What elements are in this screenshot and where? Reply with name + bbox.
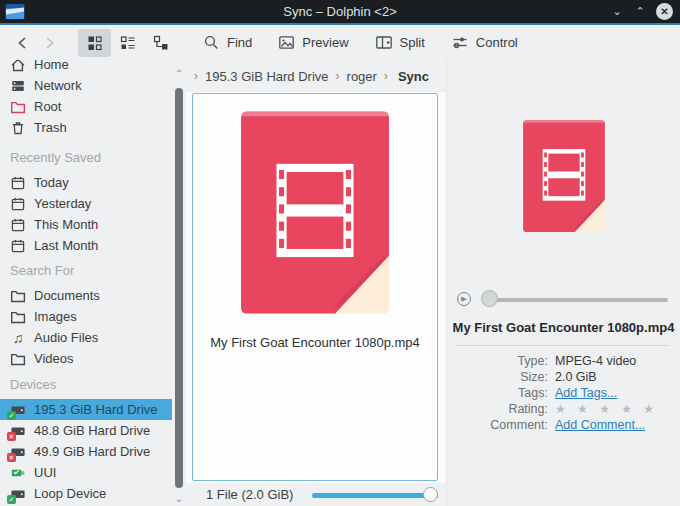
sidebar-item-label: 49.9 GiB Hard Drive [34, 444, 150, 459]
zoom-slider-handle[interactable] [423, 487, 438, 502]
sidebar-item-label: 48.8 GiB Hard Drive [34, 423, 150, 438]
window-title: Sync – Dolphin <2> [0, 4, 680, 19]
sidebar-item-label: Last Month [34, 238, 98, 253]
details-view-icon [152, 34, 170, 52]
meta-label: Rating: [447, 403, 555, 415]
sidebar-item-videos[interactable]: Videos [0, 348, 172, 369]
preview-button[interactable]: Preview [278, 34, 348, 51]
meta-value: 2.0 GiB [555, 371, 597, 383]
hard-drive-icon: ✓ [10, 402, 26, 418]
information-panel: ▶ My First Goat Encounter 1080p.mp4 Type… [446, 60, 680, 506]
sidebar-item-label: 195.3 GiB Hard Drive [34, 402, 158, 417]
section-header-devices: Devices [0, 374, 172, 395]
file-item-selected[interactable]: My First Goat Encounter 1080p.mp4 [192, 93, 438, 481]
minimize-button[interactable]: ⌄ [610, 5, 624, 19]
details-view-button[interactable] [144, 29, 177, 57]
calendar-icon [10, 238, 26, 254]
zoom-slider-track[interactable] [312, 493, 438, 498]
meta-row-rating: Rating: ★ ★ ★ ★ ★ [447, 403, 672, 415]
sidebar-item-loop-device[interactable]: ✓ Loop Device [0, 483, 172, 504]
section-header-recently-saved: Recently Saved [0, 147, 172, 168]
zoom-slider[interactable] [312, 487, 438, 503]
places-panel: Home Network Root Trash Recently Saved T… [0, 60, 172, 506]
seek-slider-handle[interactable] [481, 290, 498, 307]
sidebar-item-label: Images [34, 309, 77, 324]
hard-drive-icon: ✕ [10, 423, 26, 439]
icons-view-button[interactable] [78, 29, 111, 57]
scroll-down-icon[interactable]: ⌄ [172, 493, 186, 504]
sidebar-item-label: Network [34, 78, 82, 93]
file-list-viewport[interactable]: My First Goat Encounter 1080p.mp4 [186, 92, 446, 483]
sidebar-item-488-gib-hard-drive[interactable]: ✕ 48.8 GiB Hard Drive [0, 420, 172, 441]
chevron-right-icon: › [194, 69, 198, 83]
sidebar-item-this-month[interactable]: This Month [0, 214, 172, 235]
find-button[interactable]: Find [203, 34, 252, 51]
sidebar-item-uui[interactable]: UUI [0, 462, 172, 483]
media-player-controls: ▶ [457, 290, 668, 308]
forward-arrow-icon [41, 35, 57, 51]
preview-label: Preview [302, 35, 348, 50]
titlebar: Sync – Dolphin <2> ⌄ ⌃ ✕ [0, 0, 680, 23]
sidebar-item-label: Today [34, 175, 69, 190]
meta-label: Comment: [447, 419, 555, 431]
seek-slider-track[interactable] [483, 298, 668, 302]
trash-icon [10, 120, 26, 136]
control-button[interactable]: Control [451, 34, 518, 51]
split-button[interactable]: Split [375, 34, 425, 51]
folder-view: › 195.3 GiB Hard Drive › roger › Sync My… [186, 60, 446, 506]
error-emblem-icon: ✕ [7, 453, 16, 462]
maximize-button[interactable]: ⌃ [633, 5, 647, 19]
split-view-icon [375, 34, 393, 51]
breadcrumb: › 195.3 GiB Hard Drive › roger › Sync [186, 60, 446, 92]
scroll-up-icon[interactable]: ⌃ [172, 68, 186, 79]
sidebar-item-499-gib-hard-drive[interactable]: ✕ 49.9 GiB Hard Drive [0, 441, 172, 462]
sidebar-item-label: UUI [34, 465, 56, 480]
meta-label: Type: [447, 355, 555, 367]
meta-row-comment: Comment: Add Comment... [447, 419, 672, 431]
calendar-icon [10, 217, 26, 233]
error-emblem-icon: ✕ [7, 432, 16, 441]
add-comment-link[interactable]: Add Comment... [555, 419, 645, 431]
add-tags-link[interactable]: Add Tags... [555, 387, 617, 399]
breadcrumb-drive[interactable]: 195.3 GiB Hard Drive [205, 69, 329, 84]
sidebar-item-documents[interactable]: Documents [0, 285, 172, 306]
calendar-icon [10, 196, 26, 212]
sidebar-item-label: Home [34, 60, 69, 72]
toolbar: Find Preview Split Control [0, 25, 680, 60]
folder-icon [10, 351, 26, 367]
status-text: 1 File (2.0 GiB) [206, 487, 293, 502]
back-button[interactable] [10, 30, 36, 56]
sidebar-item-label: Yesterday [34, 196, 91, 211]
rating-stars[interactable]: ★ ★ ★ ★ ★ [555, 403, 658, 415]
breadcrumb-sync[interactable]: Sync [398, 69, 429, 84]
compact-view-button[interactable] [111, 29, 144, 57]
sidebar-item-yesterday[interactable]: Yesterday [0, 193, 172, 214]
sidebar-item-label: This Month [34, 217, 98, 232]
meta-label: Tags: [447, 387, 555, 399]
sidebar-item-1953-gib-hard-drive[interactable]: ✓ 195.3 GiB Hard Drive [0, 399, 172, 420]
sidebar-item-home[interactable]: Home [0, 60, 172, 75]
chevron-right-icon: › [336, 69, 340, 83]
scrollbar-thumb[interactable] [175, 88, 183, 488]
sidebar-item-network[interactable]: Network [0, 75, 172, 96]
sidebar-item-label: Loop Device [34, 486, 106, 501]
sidebar-item-root[interactable]: Root [0, 96, 172, 117]
sidebar-item-trash[interactable]: Trash [0, 117, 172, 138]
back-arrow-icon [15, 35, 31, 51]
sidebar-item-label: Trash [34, 120, 67, 135]
view-mode-group [78, 29, 177, 57]
sidebar-item-last-month[interactable]: Last Month [0, 235, 172, 256]
sidebar-item-today[interactable]: Today [0, 172, 172, 193]
meta-row-tags: Tags: Add Tags... [447, 387, 672, 399]
close-button[interactable]: ✕ [656, 3, 673, 20]
play-icon[interactable]: ▶ [457, 292, 471, 306]
breadcrumb-roger[interactable]: roger [347, 69, 377, 84]
sidebar-item-audio-files[interactable]: ♫ Audio Files [0, 327, 172, 348]
compact-view-icon [119, 34, 137, 52]
music-note-icon: ♫ [10, 330, 26, 346]
sidebar-item-images[interactable]: Images [0, 306, 172, 327]
usb-stick-icon [10, 465, 26, 481]
sidebar-item-label: Documents [34, 288, 100, 303]
forward-button[interactable] [36, 30, 62, 56]
section-header-search-for: Search For [0, 260, 172, 281]
